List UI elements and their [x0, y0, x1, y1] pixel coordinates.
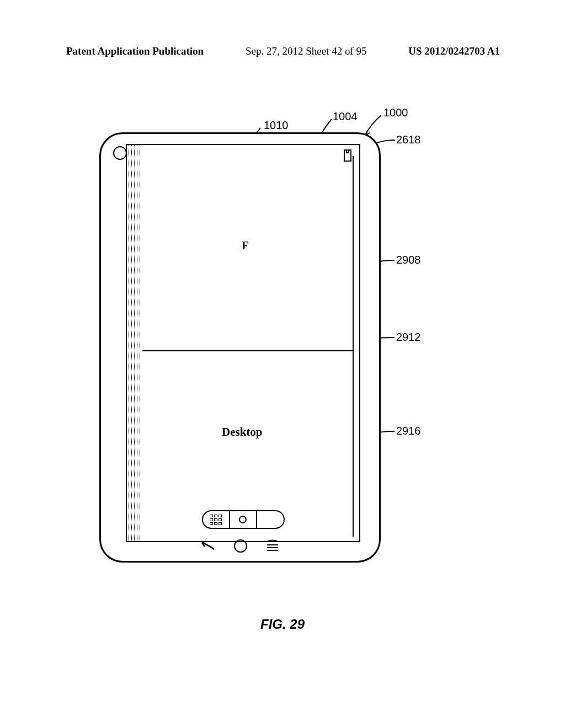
device-body: F Desktop [99, 132, 381, 563]
header-center: Sep. 27, 2012 Sheet 42 of 95 [246, 45, 367, 57]
callout-2916-label: 2916 [396, 425, 421, 437]
dock-bar [202, 510, 285, 529]
lower-area-label: Desktop [222, 425, 263, 439]
menu-stack-icon [265, 538, 280, 552]
header-right: US 2012/0242703 A1 [408, 45, 500, 57]
front-camera-icon [113, 146, 127, 160]
dock-apps-button[interactable] [203, 511, 229, 528]
dock-home-button[interactable] [229, 511, 256, 528]
nav-row [101, 537, 379, 555]
sensor-icon [344, 149, 351, 162]
callout-1000: 1000 [383, 106, 408, 119]
callout-2908: 2908 [396, 254, 421, 266]
upper-area-label: F [242, 239, 249, 253]
page-header: Patent Application Publication Sep. 27, … [0, 45, 565, 57]
device-screen: F Desktop [126, 144, 360, 542]
callout-2618: 2618 [396, 133, 421, 146]
callout-1010: 1010 [264, 119, 289, 132]
dock-empty-button[interactable] [256, 511, 283, 528]
screen-divider [142, 350, 353, 351]
header-left: Patent Application Publication [66, 45, 204, 57]
callout-2908-label: 2908 [396, 254, 421, 266]
nav-back-button[interactable] [200, 538, 216, 554]
nav-menu-button[interactable] [265, 538, 280, 554]
nav-home-button[interactable] [234, 539, 247, 553]
inner-frame-line [353, 156, 354, 537]
figure-caption: FIG. 29 [0, 617, 565, 632]
circle-icon [239, 516, 247, 523]
hinge-strip [127, 145, 142, 541]
back-arrow-icon [200, 538, 216, 552]
callout-2912: 2912 [396, 331, 421, 344]
callout-2916: 2916 [396, 425, 421, 437]
callout-2912-label: 2912 [396, 331, 421, 343]
callout-1004: 1004 [333, 110, 358, 123]
apps-grid-icon [210, 515, 222, 525]
